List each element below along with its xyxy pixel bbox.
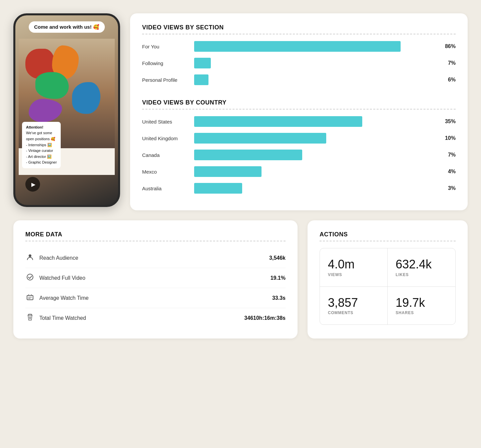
watched-icon — [25, 273, 35, 282]
shares-number: 19.7k — [396, 296, 447, 309]
svg-point-1 — [27, 274, 33, 280]
bar-label-au: Australia — [142, 186, 189, 191]
bar-label-profile: Personal Profile — [142, 77, 189, 83]
bar-row-au: Australia 3% — [142, 183, 456, 194]
section-title-views: VIDEO VIEWS BY SECTION — [142, 24, 456, 31]
views-sub: VIEWS — [328, 272, 379, 277]
svg-point-0 — [29, 254, 31, 257]
bar-track-mx — [194, 166, 434, 177]
more-data-card: MORE DATA Reach Audience 3,546k Watched … — [13, 220, 298, 339]
avgwatch-value: 33.3s — [272, 295, 286, 301]
totaltime-label: Total Time Watched — [39, 315, 239, 321]
caption-text: Come and work with us! 🥰 — [34, 24, 99, 30]
bar-row-profile: Personal Profile 6% — [142, 74, 456, 85]
avgwatch-label: Average Watch Time — [39, 295, 268, 301]
bar-pct-ca: 7% — [440, 152, 456, 158]
stats-card: VIDEO VIEWS BY SECTION For You 86% Follo… — [130, 13, 468, 210]
section-title-country: VIDEO VIEWS BY COUNTRY — [142, 99, 456, 106]
comments-sub: COMMENTS — [328, 310, 379, 315]
data-row-avgwatch: Average Watch Time 33.3s — [25, 288, 286, 308]
phone-mockup: Come and work with us! 🥰 Attention! We'v… — [13, 13, 120, 207]
reach-label: Reach Audience — [39, 255, 265, 261]
actions-grid: 4.0m VIEWS 632.4k LIKES 3,857 COMMENTS 1… — [320, 248, 456, 325]
bar-label-foryou: For You — [142, 44, 189, 49]
bar-track-au — [194, 183, 434, 194]
totaltime-icon — [25, 313, 35, 322]
bar-label-following: Following — [142, 60, 189, 66]
bar-row-foryou: For You 86% — [142, 41, 456, 52]
bar-pct-us: 35% — [440, 119, 456, 125]
bar-row-us: United States 35% — [142, 116, 456, 127]
action-shares: 19.7k SHARES — [388, 287, 455, 325]
data-row-totaltime: Total Time Watched 34610h:16m:38s — [25, 308, 286, 328]
watched-label: Watched Full Video — [39, 275, 266, 281]
bar-track-us — [194, 116, 434, 127]
bar-pct-au: 3% — [440, 185, 456, 191]
bar-row-following: Following 7% — [142, 58, 456, 68]
watched-value: 19.1% — [271, 275, 286, 281]
bar-pct-uk: 10% — [440, 135, 456, 141]
bar-row-uk: United Kingdom 10% — [142, 133, 456, 144]
bar-label-us: United States — [142, 119, 189, 125]
bar-fill-au — [194, 183, 242, 194]
bar-pct-mx: 4% — [440, 169, 456, 175]
avgwatch-icon — [25, 293, 35, 302]
bar-track-uk — [194, 133, 434, 144]
views-by-section: VIDEO VIEWS BY SECTION For You 86% Follo… — [142, 24, 456, 85]
likes-sub: LIKES — [396, 272, 447, 277]
bar-fill-profile — [194, 74, 208, 85]
bar-track-ca — [194, 150, 434, 160]
bar-track-profile — [194, 74, 434, 85]
bar-row-mx: Mexco 4% — [142, 166, 456, 177]
views-by-country: VIDEO VIEWS BY COUNTRY United States 35%… — [142, 99, 456, 194]
comments-number: 3,857 — [328, 296, 379, 309]
bar-fill-foryou — [194, 41, 401, 52]
action-comments: 3,857 COMMENTS — [320, 287, 388, 325]
reach-icon — [25, 253, 35, 262]
bar-label-ca: Canada — [142, 152, 189, 158]
bar-label-uk: United Kingdom — [142, 136, 189, 141]
totaltime-value: 34610h:16m:38s — [244, 315, 286, 321]
bar-fill-us — [194, 116, 362, 127]
bar-pct-foryou: 86% — [440, 43, 456, 49]
bar-label-mx: Mexco — [142, 169, 189, 175]
bar-fill-following — [194, 58, 211, 68]
actions-title: ACTIONS — [320, 231, 456, 238]
bar-fill-ca — [194, 150, 302, 160]
data-row-watched: Watched Full Video 19.1% — [25, 268, 286, 288]
bar-fill-uk — [194, 133, 326, 144]
actions-card: ACTIONS 4.0m VIEWS 632.4k LIKES 3,857 CO… — [308, 220, 468, 339]
svg-rect-2 — [27, 295, 33, 300]
shares-sub: SHARES — [396, 310, 447, 315]
views-number: 4.0m — [328, 258, 379, 271]
bar-pct-following: 7% — [440, 60, 456, 66]
caption-bubble: Come and work with us! 🥰 — [29, 21, 105, 33]
more-data-title: MORE DATA — [25, 231, 286, 238]
data-row-reach: Reach Audience 3,546k — [25, 248, 286, 268]
likes-number: 632.4k — [396, 258, 447, 271]
reach-value: 3,546k — [269, 255, 286, 261]
action-views: 4.0m VIEWS — [320, 248, 388, 287]
bar-track-foryou — [194, 41, 434, 52]
bar-row-ca: Canada 7% — [142, 150, 456, 160]
play-button[interactable] — [25, 177, 40, 192]
bar-fill-mx — [194, 166, 262, 177]
bar-pct-profile: 6% — [440, 77, 456, 83]
bar-track-following — [194, 58, 434, 68]
action-likes: 632.4k LIKES — [388, 248, 455, 287]
text-overlay: Attention! We've got some open positions… — [22, 122, 61, 168]
